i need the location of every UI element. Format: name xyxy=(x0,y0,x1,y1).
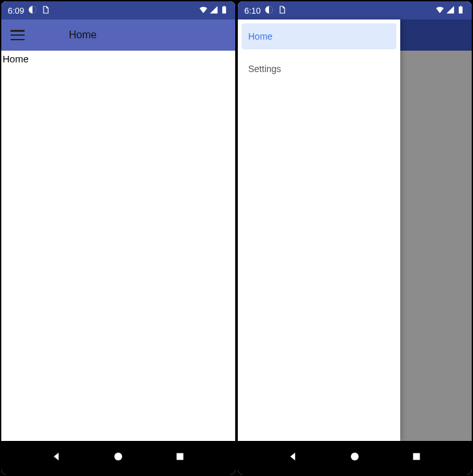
recent-icon[interactable] xyxy=(411,451,422,465)
svg-point-1 xyxy=(114,453,122,460)
status-time: 6:09 xyxy=(8,6,24,16)
content-text: Home xyxy=(1,51,235,67)
status-time: 6:10 xyxy=(244,6,261,16)
phone-right: 6:10 Home Settings xyxy=(238,1,472,475)
recent-icon[interactable] xyxy=(174,451,186,465)
drawer-item-label: Settings xyxy=(248,64,281,74)
content-area: Home xyxy=(1,51,235,441)
home-icon[interactable] xyxy=(349,451,361,465)
svg-rect-5 xyxy=(413,453,420,460)
back-icon[interactable] xyxy=(51,451,63,465)
battery-icon xyxy=(456,5,465,16)
debug-icon xyxy=(41,5,50,16)
appbar-title: Home xyxy=(69,29,97,41)
home-icon[interactable] xyxy=(112,451,124,465)
debug-icon xyxy=(277,5,287,16)
app-bar: Home xyxy=(1,19,235,51)
drawer-item-label: Home xyxy=(248,31,272,42)
hamburger-icon[interactable] xyxy=(10,30,25,40)
wifi-icon xyxy=(435,5,444,16)
navigation-drawer: Home Settings xyxy=(238,19,400,441)
svg-point-4 xyxy=(351,453,359,460)
status-bar: 6:09 xyxy=(1,1,235,19)
drawer-item-home[interactable]: Home xyxy=(242,23,396,49)
navigation-bar xyxy=(238,441,472,475)
back-icon[interactable] xyxy=(288,451,300,465)
status-bar: 6:10 xyxy=(238,1,472,19)
battery-icon xyxy=(220,5,229,16)
signal-icon xyxy=(209,5,218,16)
signal-icon xyxy=(446,5,455,16)
flutter-icon xyxy=(28,5,37,16)
flutter-icon xyxy=(264,5,274,16)
wifi-icon xyxy=(199,5,208,16)
navigation-bar xyxy=(1,441,235,475)
drawer-item-settings[interactable]: Settings xyxy=(242,56,396,82)
phone-left: 6:09 Home Home xyxy=(1,1,235,475)
svg-rect-2 xyxy=(176,453,183,460)
